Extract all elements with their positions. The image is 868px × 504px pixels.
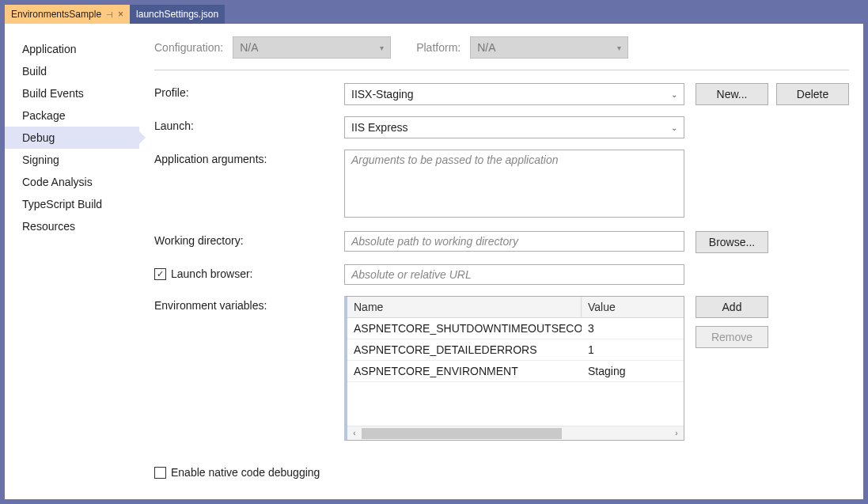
debug-settings-main: Configuration: N/A ▾ Platform: N/A ▾ Pro…: [140, 24, 863, 499]
launch-value: IIS Express: [351, 121, 408, 134]
document-tab-bar: EnvironmentsSample ⊣ × launchSettings.js…: [5, 5, 863, 24]
profile-label: Profile:: [154, 83, 344, 99]
native-debugging-row: Enable native code debugging: [154, 466, 849, 479]
config-platform-row: Configuration: N/A ▾ Platform: N/A ▾: [154, 36, 849, 70]
env-value-cell: 1: [582, 339, 684, 360]
table-row[interactable]: ASPNETCORE_SHUTDOWNTIMEOUTSECONDS 3: [347, 318, 684, 339]
env-name-cell: ASPNETCORE_ENVIRONMENT: [347, 361, 582, 381]
env-table-body: ASPNETCORE_SHUTDOWNTIMEOUTSECONDS 3 ASPN…: [347, 318, 684, 426]
chevron-down-icon: ▾: [617, 44, 621, 52]
sidebar-item-resources[interactable]: Resources: [5, 215, 139, 237]
env-header-value[interactable]: Value: [582, 297, 684, 317]
platform-value: N/A: [477, 41, 495, 54]
properties-sidebar: Application Build Build Events Package D…: [5, 24, 140, 499]
env-header-name[interactable]: Name: [347, 297, 582, 317]
sidebar-item-build[interactable]: Build: [5, 60, 139, 82]
env-name-cell: ASPNETCORE_DETAILEDERRORS: [347, 339, 582, 360]
chevron-down-icon: ⌄: [671, 90, 677, 99]
launch-dropdown[interactable]: IIS Express ⌄: [344, 116, 684, 138]
delete-profile-button[interactable]: Delete: [776, 83, 849, 105]
configuration-label: Configuration:: [154, 41, 223, 54]
remove-env-var-button: Remove: [696, 326, 768, 348]
working-directory-row: Working directory: Browse...: [154, 231, 849, 253]
add-env-var-button[interactable]: Add: [696, 296, 768, 318]
debug-form: Profile: IISX-Staging ⌄ New... Delete La…: [154, 83, 849, 479]
app-arguments-input[interactable]: [344, 150, 684, 218]
env-table-header: Name Value: [347, 297, 684, 318]
launch-browser-row: ✓ Launch browser:: [154, 264, 849, 285]
table-row[interactable]: ASPNETCORE_ENVIRONMENT Staging: [347, 361, 684, 382]
sidebar-item-label: Resources: [22, 220, 75, 233]
chevron-down-icon: ▾: [380, 44, 384, 52]
configuration-value: N/A: [240, 41, 258, 54]
sidebar-item-package[interactable]: Package: [5, 104, 139, 127]
app-arguments-row: Application arguments:: [154, 150, 849, 220]
launch-browser-url-input[interactable]: [344, 264, 684, 285]
scrollbar-thumb[interactable]: [362, 428, 562, 439]
properties-panel: Application Build Build Events Package D…: [5, 24, 863, 499]
native-debugging-checkbox[interactable]: [154, 467, 166, 479]
sidebar-item-code-analysis[interactable]: Code Analysis: [5, 171, 139, 193]
working-directory-input[interactable]: [344, 231, 684, 252]
close-icon[interactable]: ×: [118, 9, 123, 20]
working-directory-label: Working directory:: [154, 231, 344, 247]
sidebar-item-label: Signing: [22, 153, 59, 166]
sidebar-item-label: Package: [22, 109, 65, 122]
configuration-dropdown: N/A ▾: [233, 36, 391, 59]
table-row[interactable]: ASPNETCORE_DETAILEDERRORS 1: [347, 339, 684, 361]
browse-button[interactable]: Browse...: [696, 231, 768, 253]
launch-browser-checkbox[interactable]: ✓: [154, 268, 166, 280]
sidebar-item-debug[interactable]: Debug: [5, 127, 139, 149]
profile-value: IISX-Staging: [351, 88, 414, 100]
native-debugging-label: Enable native code debugging: [171, 466, 320, 479]
env-name-cell: ASPNETCORE_SHUTDOWNTIMEOUTSECONDS: [347, 318, 582, 339]
sidebar-item-build-events[interactable]: Build Events: [5, 82, 139, 104]
scrollbar-track[interactable]: [362, 428, 669, 439]
sidebar-item-label: TypeScript Build: [22, 198, 102, 210]
sidebar-item-label: Build Events: [22, 87, 84, 100]
env-value-cell: 3: [582, 318, 684, 339]
tab-label: launchSettings.json: [136, 9, 218, 20]
launch-row: Launch: IIS Express ⌄: [154, 116, 849, 138]
new-profile-button[interactable]: New...: [696, 83, 768, 105]
tab-label: EnvironmentsSample: [11, 9, 101, 20]
env-value-cell: Staging: [582, 361, 684, 381]
sidebar-item-label: Code Analysis: [22, 176, 93, 188]
sidebar-item-label: Application: [22, 43, 77, 55]
profile-row: Profile: IISX-Staging ⌄ New... Delete: [154, 83, 849, 105]
platform-label: Platform:: [416, 41, 461, 54]
launch-browser-label: Launch browser:: [171, 267, 253, 280]
horizontal-scrollbar[interactable]: ‹ ›: [347, 426, 684, 440]
scroll-right-icon[interactable]: ›: [669, 429, 684, 438]
scroll-left-icon[interactable]: ‹: [347, 429, 362, 438]
sidebar-item-signing[interactable]: Signing: [5, 149, 139, 171]
environment-variables-row: Environment variables: Name Value ASPNET…: [154, 296, 849, 441]
tab-launchsettings[interactable]: launchSettings.json: [130, 5, 225, 24]
pin-icon[interactable]: ⊣: [106, 10, 113, 19]
sidebar-item-application[interactable]: Application: [5, 38, 139, 60]
environment-variables-label: Environment variables:: [154, 296, 344, 312]
launch-label: Launch:: [154, 116, 344, 132]
sidebar-item-typescript-build[interactable]: TypeScript Build: [5, 193, 139, 215]
chevron-down-icon: ⌄: [671, 123, 677, 132]
platform-dropdown: N/A ▾: [470, 36, 628, 59]
profile-dropdown[interactable]: IISX-Staging ⌄: [344, 83, 684, 105]
project-properties-window: EnvironmentsSample ⊣ × launchSettings.js…: [0, 0, 868, 504]
app-arguments-label: Application arguments:: [154, 150, 344, 165]
environment-variables-table[interactable]: Name Value ASPNETCORE_SHUTDOWNTIMEOUTSEC…: [344, 296, 684, 441]
tab-environments-sample[interactable]: EnvironmentsSample ⊣ ×: [5, 5, 130, 24]
sidebar-item-label: Debug: [22, 131, 55, 144]
sidebar-item-label: Build: [22, 65, 47, 78]
